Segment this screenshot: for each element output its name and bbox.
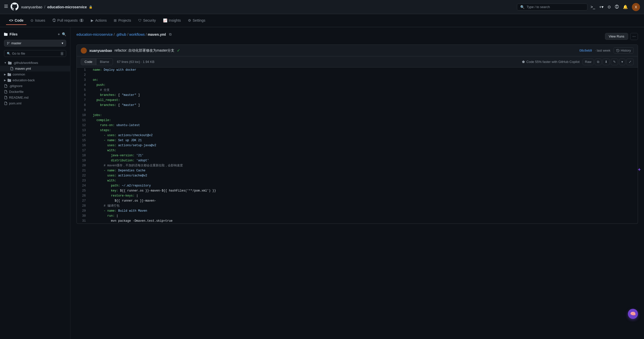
view-runs-button[interactable]: View Runs [605, 33, 628, 40]
hamburger-icon[interactable] [4, 4, 8, 10]
repo-name[interactable]: education-microservice [47, 5, 87, 9]
code-container: 1name: Deploy with docker2 3on:4 push:5 … [76, 67, 638, 224]
nav-tab-code[interactable]: <> Code [6, 16, 26, 25]
file-search-box: 🔍 t [4, 50, 66, 57]
issues-icon[interactable]: ⊙ [608, 5, 611, 9]
readme-item[interactable]: README.md [0, 95, 70, 100]
commit-bar: xuanyuanbao refactor: 自动化部署修改为master分支 ✓… [76, 45, 638, 56]
nav-tab-issues[interactable]: ⊙ Issues [27, 16, 48, 25]
line-content: name: Deploy with docker [90, 67, 638, 72]
line-content: - name: Set up JDK 21 [90, 138, 638, 143]
code-line-25: 25 key: ${{ runner.os }}-maven-${{ hashF… [77, 188, 638, 193]
line-content: - uses: actions/checkout@v2 [90, 133, 638, 138]
file-icon [4, 90, 8, 94]
dockerfile-item[interactable]: Dockerfile [0, 89, 70, 95]
code-line-19: 19 distribution: 'adopt' [77, 158, 638, 163]
gitignore-item[interactable]: .gitignore [0, 83, 70, 89]
username[interactable]: xuanyuanbao [21, 5, 42, 9]
breadcrumb-current: maven.yml [148, 32, 166, 36]
code-line-10: 10jobs: [77, 113, 638, 118]
pull-requests-icon[interactable]: ⓵ [615, 5, 619, 9]
copy-button[interactable]: ⧉ [595, 59, 601, 65]
file-search-input[interactable] [12, 52, 59, 55]
security-nav-icon: 🛡 [138, 18, 142, 22]
commit-status-icon: ✓ [177, 48, 180, 53]
line-number: 11 [77, 118, 90, 123]
nav-tab-projects[interactable]: ⊞ Projects [111, 16, 134, 25]
github-workflows-folder[interactable]: ▼ .github/workflows [0, 60, 70, 66]
line-content: pull_request: [90, 98, 638, 103]
expand-button[interactable]: ⤢ [626, 59, 634, 65]
edit-button[interactable]: ✎ [611, 59, 618, 65]
branch-selector-container: master ▾ [0, 38, 70, 48]
code-icon: <> [9, 18, 13, 22]
edit-dropdown-button[interactable]: ▾ [619, 59, 625, 65]
ai-float-button[interactable]: 🧠 [628, 309, 638, 319]
maven-yml-item[interactable]: maven.yml [0, 66, 70, 71]
code-line-31: 31 mvn package -Dmaven.test.skip=true [77, 218, 638, 223]
line-content: # maven缓存，不加的话每次都会去重新拉取，会影响速度 [90, 163, 638, 168]
file-content-area: education-microservice / .github / workf… [70, 27, 644, 339]
line-content [90, 72, 638, 78]
code-line-15: 15 - name: Set up JDK 21 [77, 138, 638, 143]
nav-tab-pull-requests[interactable]: ⓵ Pull requests 1 [49, 16, 87, 25]
commit-username[interactable]: xuanyuanbao [89, 49, 112, 53]
actions-nav-icon: ▶ [91, 18, 94, 22]
global-search[interactable]: 🔍 Type / to search [517, 4, 587, 11]
branch-name: master [11, 41, 21, 45]
folder-icon [8, 73, 11, 76]
common-folder[interactable]: ▶ common [0, 71, 70, 77]
breadcrumb: education-microservice / .github / workf… [76, 32, 172, 36]
line-number: 13 [77, 128, 90, 133]
search-files-icon[interactable]: 🔍 [62, 32, 66, 36]
more-options-button[interactable]: ··· [630, 33, 638, 40]
breadcrumb-workflows[interactable]: workflows [129, 32, 145, 36]
education-back-folder[interactable]: ▶ education-back [0, 77, 70, 83]
breadcrumb-root[interactable]: education-microservice [76, 32, 113, 36]
line-content: jobs: [90, 113, 638, 118]
line-number: 21 [77, 168, 90, 173]
new-button[interactable]: +▾ [599, 5, 603, 9]
pom-item[interactable]: pom.xml [0, 100, 70, 106]
history-button[interactable]: History [614, 47, 634, 54]
sparkle-float-icon[interactable]: ✦ [637, 167, 641, 173]
download-button[interactable]: ⬇ [602, 59, 610, 65]
blame-tab-button[interactable]: Blame [96, 58, 113, 65]
terminal-icon[interactable]: >_ [590, 5, 595, 9]
code-tab-button[interactable]: Code [81, 58, 96, 65]
line-number: 26 [77, 193, 90, 198]
shortcut-label: t [61, 52, 63, 55]
commit-bar-right: 08c6eb9 · last week History [579, 47, 634, 54]
code-line-5: 5 # 分支 [77, 88, 638, 93]
branch-selector[interactable]: master ▾ [4, 40, 66, 47]
avatar[interactable]: X [632, 3, 640, 11]
code-line-16: 16 uses: actions/setup-java@v2 [77, 143, 638, 148]
copy-path-icon[interactable]: ⧉ [169, 32, 172, 36]
nav-tab-insights[interactable]: 📈 Insights [160, 16, 184, 25]
file-icon [4, 102, 8, 105]
github-logo-icon[interactable] [11, 3, 19, 11]
breadcrumb-github[interactable]: .github [116, 32, 126, 36]
nav-tab-settings[interactable]: ⚙ Settings [185, 16, 209, 25]
commit-hash[interactable]: 08c6eb9 [579, 49, 592, 52]
nav-tab-insights-label: Insights [169, 18, 181, 22]
sidebar: Files + 🔍 master ▾ 🔍 t [0, 27, 70, 339]
notifications-icon[interactable]: 🔔 [623, 5, 628, 9]
nav-tab-actions[interactable]: ▶ Actions [88, 16, 110, 25]
raw-button[interactable]: Raw [583, 59, 594, 65]
repo-breadcrumb: xuanyuanbao / education-microservice 🔒 [21, 5, 93, 9]
nav-tab-security[interactable]: 🛡 Security [135, 16, 159, 25]
separator: / [44, 5, 45, 9]
line-number: 3 [77, 78, 90, 83]
line-content: with: [90, 148, 638, 153]
chevron-right-icon: ▶ [4, 73, 6, 76]
line-number: 2 [77, 72, 90, 78]
line-number: 30 [77, 213, 90, 218]
line-content: push: [90, 83, 638, 88]
line-number: 19 [77, 158, 90, 163]
add-file-icon[interactable]: + [58, 32, 60, 36]
line-number: 10 [77, 113, 90, 118]
line-number: 31 [77, 218, 90, 223]
lock-icon: 🔒 [89, 5, 93, 9]
chevron-down-icon: ▾ [62, 41, 63, 45]
